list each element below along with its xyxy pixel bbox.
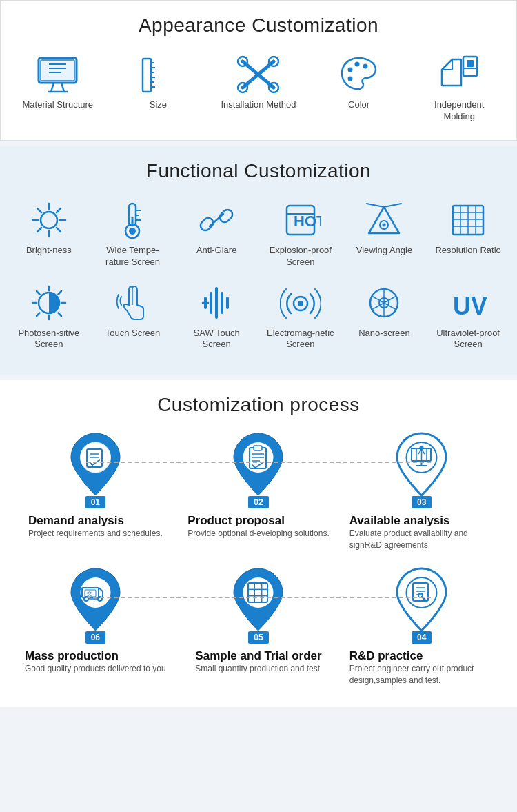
svg-point-41 [129, 228, 136, 235]
sun-icon [25, 199, 73, 241]
angle-icon [360, 199, 408, 241]
process-row-2: 交 06 Mass production Good quality produc… [14, 565, 503, 686]
svg-point-24 [348, 77, 353, 81]
ruler-icon [134, 54, 182, 95]
color-label: Color [348, 99, 369, 111]
link-icon [192, 199, 241, 241]
svg-line-36 [57, 228, 61, 232]
svg-line-68 [58, 313, 61, 316]
process-step-06: 交 06 Mass production Good quality produc… [23, 565, 168, 675]
svg-rect-46 [199, 216, 215, 232]
step-05-number: 05 [248, 631, 268, 644]
item-resolution: Resolution Ratio [430, 199, 506, 257]
item-explosion-proof: HOT Explosion-proof Screen [263, 199, 338, 268]
svg-rect-1 [41, 60, 74, 81]
monitor-icon [34, 54, 82, 95]
step-03-desc: Evaluate product availability and signR&… [349, 528, 494, 551]
appearance-title: Appearance Customization [8, 14, 509, 37]
step-01-number: 01 [85, 496, 105, 508]
appearance-section: Appearance Customization Material Struct… [0, 0, 517, 141]
touch-screen-label: Touch Screen [105, 328, 161, 339]
uv-label: Ultraviolet-proof Screen [430, 328, 506, 351]
step-02-title: Product proposal [187, 514, 329, 528]
svg-line-35 [37, 208, 41, 212]
uv-icon: UV [444, 282, 492, 324]
item-wide-temp: Wide Tempe-rature Screen [94, 199, 170, 268]
step-02-desc: Provide optional d-eveloping solutions. [187, 528, 329, 539]
size-label: Size [150, 99, 167, 111]
step-03-number: 03 [412, 496, 432, 508]
svg-point-119 [407, 577, 437, 608]
step-06-desc: Good quality products delivered to you [25, 663, 166, 675]
functional-title: Functional Customization [7, 160, 510, 182]
item-electromagnetic: Electromag-netic Screen [263, 282, 338, 351]
molding-label: Independent Molding [418, 99, 500, 123]
svg-line-69 [58, 291, 61, 295]
process-step-01: 01 Demand analysis Project requirements … [23, 430, 168, 539]
item-material-structure: Material Structure [17, 54, 99, 111]
step-06-title: Mass production [25, 649, 166, 663]
material-structure-label: Material Structure [23, 99, 94, 111]
thermometer-icon [108, 199, 156, 241]
item-installation: Installation Method [217, 54, 300, 111]
step-04-text: R&D practice Project engineer carry out … [349, 649, 494, 686]
process-step-02: 02 Product proposal Provide optional d-e… [186, 430, 331, 539]
svg-line-3 [61, 83, 64, 92]
svg-rect-47 [218, 208, 234, 224]
item-molding: Independent Molding [418, 54, 500, 123]
process-step-05: 05 Sample and Trial order Small quantity… [186, 565, 331, 675]
svg-point-86 [383, 301, 385, 304]
electromagnetic-label: Electromag-netic Screen [263, 328, 338, 351]
halfmoon-icon [25, 282, 73, 324]
item-brightness: Bright-ness [11, 199, 87, 257]
step-04-desc: Project engineer carry out product desig… [349, 663, 494, 686]
process-row-1: 01 Demand analysis Project requirements … [14, 430, 503, 551]
pin-04-icon [389, 565, 454, 634]
svg-line-38 [37, 228, 41, 232]
nano-icon [360, 282, 408, 324]
step-01-desc: Project requirements and schedules. [28, 528, 163, 539]
svg-line-51 [367, 204, 384, 207]
resolution-label: Resolution Ratio [435, 245, 500, 257]
step-05-desc: Small quantity production and test [195, 663, 321, 675]
photosensitive-label: Photosen-sitive Screen [11, 328, 87, 351]
pin-06-icon: 交 [63, 565, 128, 634]
svg-line-52 [384, 204, 401, 207]
svg-point-54 [383, 223, 386, 226]
svg-text:HOT: HOT [294, 212, 321, 230]
functional-grid: Bright-ness Wide Tempe-rature Screen [7, 196, 510, 362]
step-06-number: 06 [85, 631, 105, 644]
step-04-title: R&D practice [349, 649, 494, 663]
pin-05-icon [225, 565, 291, 634]
step-05-title: Sample and Trial order [195, 649, 321, 663]
step-03-title: Available analysis [349, 514, 494, 528]
svg-rect-8 [143, 59, 151, 92]
step-02-number: 02 [248, 496, 268, 508]
installation-label: Installation Method [221, 99, 296, 111]
step-03-text: Available analysis Evaluate product avai… [349, 514, 494, 551]
svg-text:UV: UV [453, 292, 487, 320]
process-step-04: 04 R&D practice Project engineer carry o… [349, 565, 494, 686]
step-01-title: Demand analysis [28, 514, 163, 528]
nanoscreen-label: Nano-screen [358, 328, 409, 339]
item-anti-glare: Anti-Glare [179, 199, 254, 257]
svg-line-37 [57, 208, 61, 212]
item-saw-touch: SAW Touch Screen [179, 282, 254, 351]
touch-icon [108, 282, 156, 324]
mold-icon [435, 54, 483, 95]
item-viewing-angle: Viewing Angle [346, 199, 422, 257]
svg-rect-26 [467, 60, 474, 67]
svg-line-70 [37, 313, 40, 316]
em-icon [276, 282, 325, 324]
wide-temp-label: Wide Tempe-rature Screen [94, 245, 170, 268]
svg-line-67 [37, 291, 40, 295]
item-photosensitive: Photosen-sitive Screen [11, 282, 87, 351]
item-size: Size [116, 54, 199, 111]
saw-icon [192, 282, 241, 324]
step-01-text: Demand analysis Project requirements and… [28, 514, 163, 539]
svg-rect-94 [254, 446, 262, 450]
brightness-label: Bright-ness [26, 245, 72, 257]
svg-point-80 [298, 301, 303, 306]
svg-point-22 [355, 62, 360, 67]
svg-point-30 [41, 212, 57, 228]
